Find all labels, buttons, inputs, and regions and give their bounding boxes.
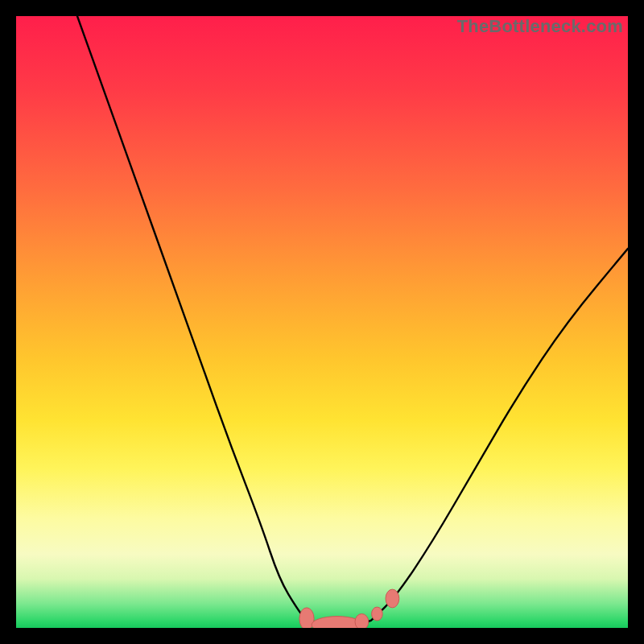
valley-cluster-mid bbox=[355, 614, 369, 629]
chart-svg bbox=[16, 16, 628, 628]
right-dot-1 bbox=[372, 607, 383, 621]
curve-path bbox=[77, 16, 628, 626]
plot-area: TheBottleneck.com bbox=[16, 16, 628, 628]
right-dot-2 bbox=[386, 589, 399, 608]
outer-frame: TheBottleneck.com bbox=[0, 0, 644, 644]
